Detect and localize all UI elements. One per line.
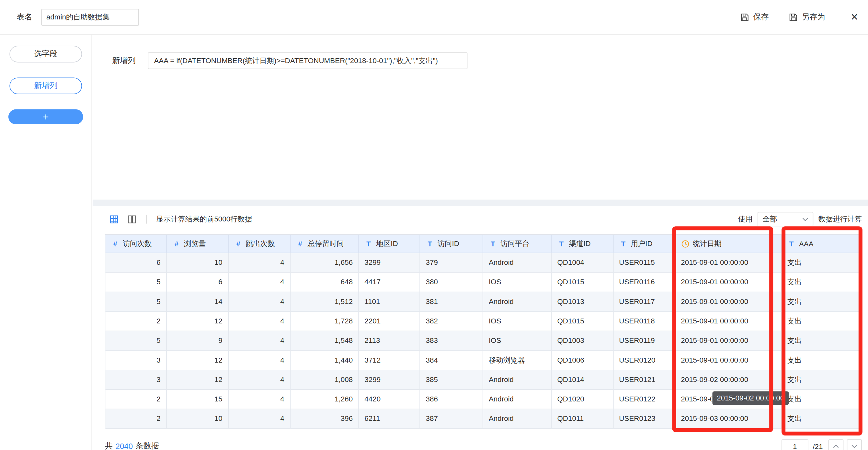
column-header-1[interactable]: #浏览量 xyxy=(167,235,229,253)
column-header-0[interactable]: #访问次数 xyxy=(105,235,167,253)
table-cell: 5 xyxy=(105,272,167,292)
table-cell: 9 xyxy=(167,331,229,351)
table-row: 61041,6563299379AndroidQD1004USER0115201… xyxy=(105,253,862,272)
save-as-label: 另存为 xyxy=(802,12,825,22)
table-cell: 2015-09-01 00:00:00 xyxy=(675,351,781,370)
top-bar-actions: 保存 另存为 × xyxy=(740,11,858,23)
column-header-3[interactable]: #总停留时间 xyxy=(290,235,359,253)
table-cell: 383 xyxy=(420,331,483,351)
table-cell: 4420 xyxy=(359,390,420,409)
total-suffix: 条数据 xyxy=(136,441,159,450)
table-cell: 2201 xyxy=(359,312,420,331)
text-type-icon: T xyxy=(787,239,796,248)
table-cell: 1,512 xyxy=(290,292,359,312)
table-cell: 3299 xyxy=(359,253,420,272)
table-cell: 4 xyxy=(229,312,290,331)
number-type-icon: # xyxy=(111,239,120,248)
table-cell: 382 xyxy=(420,312,483,331)
scope-select[interactable]: 全部 xyxy=(757,212,813,227)
save-as-button[interactable]: 另存为 xyxy=(789,12,825,22)
use-label: 使用 xyxy=(738,214,753,224)
table-cell: 10 xyxy=(167,409,229,429)
table-cell: USER0120 xyxy=(614,351,675,370)
table-row: 21043966211387AndroidQD1011USER01232015-… xyxy=(105,409,862,429)
table-cell: 12 xyxy=(167,371,229,390)
table-name-label: 表名 xyxy=(17,12,32,22)
table-cell: USER0116 xyxy=(614,272,675,292)
table-cell: 384 xyxy=(420,351,483,370)
sidebar-item-select-fields[interactable]: 选字段 xyxy=(9,46,82,63)
column-label: 浏览量 xyxy=(184,238,206,249)
table-cell: 1,260 xyxy=(290,390,359,409)
table-name-input[interactable] xyxy=(41,9,138,26)
top-bar: 表名 保存 另存为 × xyxy=(0,0,868,35)
save-button[interactable]: 保存 xyxy=(740,12,769,22)
main-area: 新增列 显示计算结果的前5000行数据 使用 全部 xyxy=(93,35,868,450)
total-count[interactable]: 2040 xyxy=(116,442,133,450)
steps-sidebar: 选字段 新增列 + xyxy=(0,35,92,450)
text-type-icon: T xyxy=(619,239,627,248)
sidebar-item-new-column[interactable]: 新增列 xyxy=(9,77,82,94)
table-cell: 15 xyxy=(167,390,229,409)
table-cell: Android xyxy=(483,390,552,409)
table-cell: 387 xyxy=(420,409,483,429)
column-header-7[interactable]: T渠道ID xyxy=(552,235,614,253)
table-cell: 396 xyxy=(290,409,359,429)
scope-select-value: 全部 xyxy=(763,214,777,224)
table-cell: QD1015 xyxy=(552,312,614,331)
column-header-6[interactable]: T访问平台 xyxy=(483,235,552,253)
column-header-10[interactable]: TAAA xyxy=(781,235,861,253)
new-column-label: 新增列 xyxy=(112,56,148,66)
table-cell: 2015-09-01 00:00:00 xyxy=(675,253,781,272)
row-count-summary: 共 2040 条数据 xyxy=(105,441,159,450)
column-header-9[interactable]: 统计日期 xyxy=(675,235,781,253)
save-as-icon xyxy=(789,12,798,22)
table-cell: 支出 xyxy=(781,351,861,370)
table-cell: 支出 xyxy=(781,331,861,351)
table-cell: 4 xyxy=(229,292,290,312)
column-header-8[interactable]: T用户ID xyxy=(614,235,675,253)
table-cell: 支出 xyxy=(781,390,861,409)
add-step-button[interactable]: + xyxy=(8,109,83,125)
table-cell: 648 xyxy=(290,272,359,292)
table-header-row: #访问次数#浏览量#跳出次数#总停留时间T地区IDT访问IDT访问平台T渠道ID… xyxy=(105,235,862,253)
panel-divider xyxy=(93,200,868,206)
table-cell: QD1006 xyxy=(552,351,614,370)
table-row: 31241,0083299385AndroidQD1014USER0121201… xyxy=(105,371,862,390)
card-view-icon[interactable] xyxy=(127,214,137,224)
formula-input[interactable] xyxy=(148,53,467,69)
table-cell: 10 xyxy=(167,253,229,272)
table-cell: Android xyxy=(483,409,552,429)
step-connector-line xyxy=(45,94,46,109)
column-header-4[interactable]: T地区ID xyxy=(359,235,420,253)
table-cell: 2015-09-01 00:00:00 xyxy=(675,292,781,312)
formula-panel: 新增列 xyxy=(93,35,868,200)
table-cell: 385 xyxy=(420,371,483,390)
page-down-button[interactable] xyxy=(847,439,862,450)
table-cell: 2015-09-01 00:00:00 xyxy=(675,272,781,292)
preview-panel: 显示计算结果的前5000行数据 使用 全部 数据进行计算 #访问次数#浏览量#跳… xyxy=(93,206,868,450)
page-input[interactable] xyxy=(781,439,808,450)
table-cell: 支出 xyxy=(781,312,861,331)
table-cell: 1101 xyxy=(359,292,420,312)
table-cell: 6 xyxy=(105,253,167,272)
column-label: 总停留时间 xyxy=(308,238,344,249)
close-icon[interactable]: × xyxy=(851,11,858,23)
grid-view-icon[interactable] xyxy=(110,214,119,224)
table-cell: 1,008 xyxy=(290,371,359,390)
column-header-5[interactable]: T访问ID xyxy=(420,235,483,253)
table-cell: 支出 xyxy=(781,253,861,272)
text-type-icon: T xyxy=(426,239,434,248)
pagination: /21 xyxy=(781,439,862,450)
calc-label: 数据进行计算 xyxy=(818,214,862,224)
table-cell: 380 xyxy=(420,272,483,292)
page-up-button[interactable] xyxy=(829,439,844,450)
table-cell: 1,728 xyxy=(290,312,359,331)
table-cell: IOS xyxy=(483,312,552,331)
text-type-icon: T xyxy=(489,239,497,248)
preview-hint: 显示计算结果的前5000行数据 xyxy=(156,214,252,224)
step-connector-line xyxy=(45,63,46,78)
table-cell: QD1011 xyxy=(552,409,614,429)
table-cell: 379 xyxy=(420,253,483,272)
column-header-2[interactable]: #跳出次数 xyxy=(229,235,290,253)
